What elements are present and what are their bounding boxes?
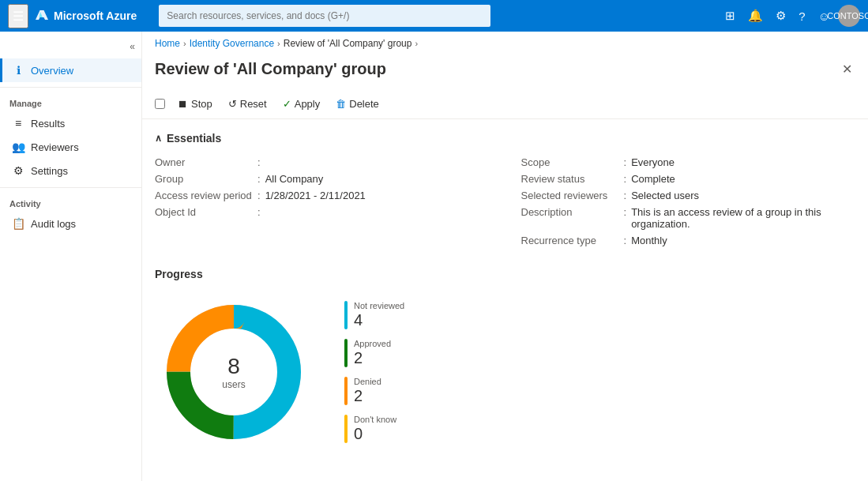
settings-button[interactable]: ⚙: [771, 6, 791, 26]
essentials-row-recurrence: Recurrence type : Monthly: [521, 232, 856, 249]
reset-label: Reset: [240, 98, 267, 110]
sidebar-divider-2: [0, 187, 141, 188]
review-status-label: Review status: [521, 173, 624, 185]
page-header: Review of 'All Company' group ✕: [142, 55, 868, 89]
essentials-row-group: Group : All Company: [155, 171, 490, 187]
reviewers-icon: 👥: [12, 141, 24, 153]
essentials-title: Essentials: [167, 132, 221, 145]
group-sep: :: [257, 173, 261, 185]
selected-reviewers-sep: :: [624, 190, 627, 201]
selected-reviewers-value: Selected users: [631, 190, 699, 201]
sidebar-item-settings[interactable]: ⚙ Settings: [0, 159, 141, 182]
donut-svg: [155, 293, 313, 451]
activity-section-label: Activity: [0, 193, 141, 212]
audit-logs-icon: 📋: [12, 217, 24, 230]
sidebar-item-reviewers[interactable]: 👥 Reviewers: [0, 135, 141, 159]
objectid-label: Object Id: [155, 206, 257, 218]
recurrence-value: Monthly: [631, 235, 667, 246]
search-input[interactable]: [159, 5, 490, 27]
recurrence-sep: :: [624, 235, 627, 246]
main-layout: « ℹ Overview Manage ≡ Results 👥 Reviewer…: [0, 32, 868, 481]
legend-item-not-reviewed: Not reviewed 4: [344, 301, 404, 329]
group-label: Group: [155, 173, 257, 185]
review-status-value: Complete: [631, 173, 675, 185]
page-title: Review of 'All Company' group: [155, 60, 386, 78]
period-value: 1/28/2021 - 2/11/2021: [265, 190, 366, 201]
app-logo: Microsoft Azure: [35, 9, 137, 23]
sidebar-item-audit-logs-label: Audit logs: [31, 218, 76, 230]
essentials-header[interactable]: ∧ Essentials: [155, 132, 855, 145]
sidebar-divider-1: [0, 87, 141, 88]
close-button[interactable]: ✕: [839, 58, 855, 80]
results-icon: ≡: [12, 117, 24, 130]
legend-label-dont-know: Don't know: [354, 415, 396, 424]
scrollable-content: ∧ Essentials Owner : Group :: [142, 119, 868, 481]
apply-icon: ✓: [283, 98, 291, 110]
delete-button[interactable]: 🗑 Delete: [329, 94, 385, 114]
essentials-row-objectid: Object Id :: [155, 204, 490, 220]
toolbar-checkbox[interactable]: [155, 99, 165, 109]
description-sep: :: [624, 206, 627, 218]
overview-icon: ℹ: [12, 64, 24, 77]
essentials-row-selected-reviewers: Selected reviewers : Selected users: [521, 187, 856, 204]
essentials-row-description: Description : This is an access review o…: [521, 204, 856, 232]
legend-info-not-reviewed: Not reviewed 4: [354, 301, 404, 329]
recurrence-label: Recurrence type: [521, 235, 624, 246]
avatar: CONTOSO: [838, 5, 860, 27]
group-value: All Company: [265, 173, 324, 185]
reset-icon: ↺: [228, 98, 237, 110]
stop-button[interactable]: ⏹ Stop: [171, 94, 219, 114]
topbar: ☰ Microsoft Azure ⊞ 🔔 ⚙ ? ☺ CONTOSO: [0, 0, 868, 32]
portal-menu-button[interactable]: ⊞: [720, 6, 740, 26]
review-status-sep: :: [624, 173, 627, 185]
apply-button[interactable]: ✓ Apply: [276, 94, 327, 114]
sidebar-collapse-button[interactable]: «: [123, 38, 141, 55]
essentials-grid: Owner : Group : All Company Access revie…: [155, 154, 855, 249]
legend-label-approved: Approved: [354, 339, 391, 348]
legend-item-dont-know: Don't know 0: [344, 415, 404, 443]
stop-label: Stop: [191, 98, 212, 110]
description-value: This is an access review of a group in t…: [631, 206, 855, 230]
owner-label: Owner: [155, 156, 257, 168]
sidebar-item-audit-logs[interactable]: 📋 Audit logs: [0, 212, 141, 235]
essentials-row-owner: Owner :: [155, 154, 490, 171]
essentials-row-scope: Scope : Everyone: [521, 154, 856, 171]
sidebar-item-reviewers-label: Reviewers: [31, 141, 79, 153]
legend-label-denied: Denied: [354, 377, 381, 386]
breadcrumb-sep-2: ›: [277, 39, 280, 48]
breadcrumb-identity-governance[interactable]: Identity Governance: [190, 38, 274, 49]
topbar-icons: ⊞ 🔔 ⚙ ? ☺ CONTOSO: [720, 5, 860, 27]
progress-title: Progress: [155, 268, 855, 280]
breadcrumb-sep-3: ›: [415, 39, 418, 48]
progress-content: 8 users Not reviewed 4: [155, 293, 855, 451]
legend-value-denied: 2: [354, 386, 381, 405]
help-button[interactable]: ?: [794, 6, 810, 26]
hamburger-button[interactable]: ☰: [8, 4, 28, 28]
essentials-chevron-icon: ∧: [155, 133, 162, 144]
essentials-row-review-status: Review status : Complete: [521, 171, 856, 187]
breadcrumb-current: Review of 'All Company' group: [284, 38, 412, 49]
app-name: Microsoft Azure: [54, 9, 137, 22]
notifications-button[interactable]: 🔔: [743, 6, 768, 26]
legend-value-approved: 2: [354, 348, 391, 367]
sidebar-item-results[interactable]: ≡ Results: [0, 111, 141, 135]
delete-label: Delete: [349, 98, 379, 110]
legend-value-dont-know: 0: [354, 424, 396, 443]
user-profile[interactable]: CONTOSO: [838, 5, 860, 27]
legend-bar-denied: [344, 377, 348, 405]
description-label: Description: [521, 206, 624, 218]
stop-icon: ⏹: [178, 98, 188, 110]
legend-label-not-reviewed: Not reviewed: [354, 301, 404, 310]
period-sep: :: [257, 190, 261, 201]
donut-chart: 8 users: [155, 293, 313, 451]
reset-button[interactable]: ↺ Reset: [222, 94, 273, 114]
essentials-right-col: Scope : Everyone Review status : Complet…: [521, 154, 856, 249]
period-label: Access review period: [155, 190, 257, 201]
search-container: [159, 5, 490, 27]
breadcrumb-home[interactable]: Home: [155, 38, 180, 49]
legend-info-denied: Denied 2: [354, 377, 381, 405]
sidebar-item-overview[interactable]: ℹ Overview: [0, 58, 141, 82]
azure-icon: [35, 9, 49, 23]
legend-item-approved: Approved 2: [344, 339, 404, 367]
legend-bar-dont-know: [344, 415, 348, 443]
